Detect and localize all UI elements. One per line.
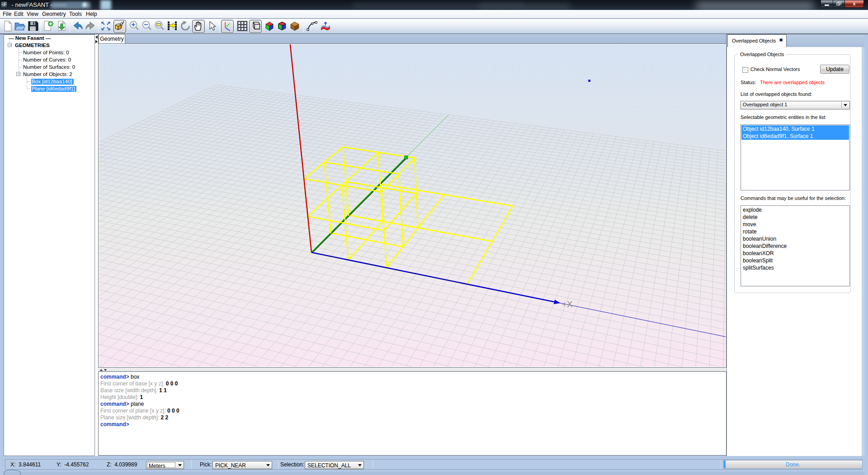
svg-text:+X: +X xyxy=(562,299,573,309)
